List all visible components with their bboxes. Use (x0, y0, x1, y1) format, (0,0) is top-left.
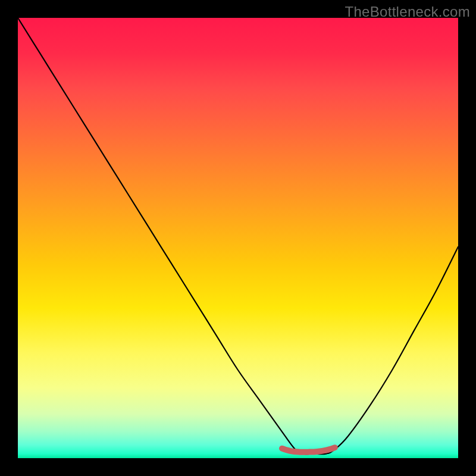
chart-container: TheBottleneck.com (0, 0, 476, 476)
curve-svg (18, 18, 458, 458)
bottleneck-curve-path (18, 18, 458, 454)
optimal-zone-path (282, 447, 335, 452)
plot-area (18, 18, 458, 458)
